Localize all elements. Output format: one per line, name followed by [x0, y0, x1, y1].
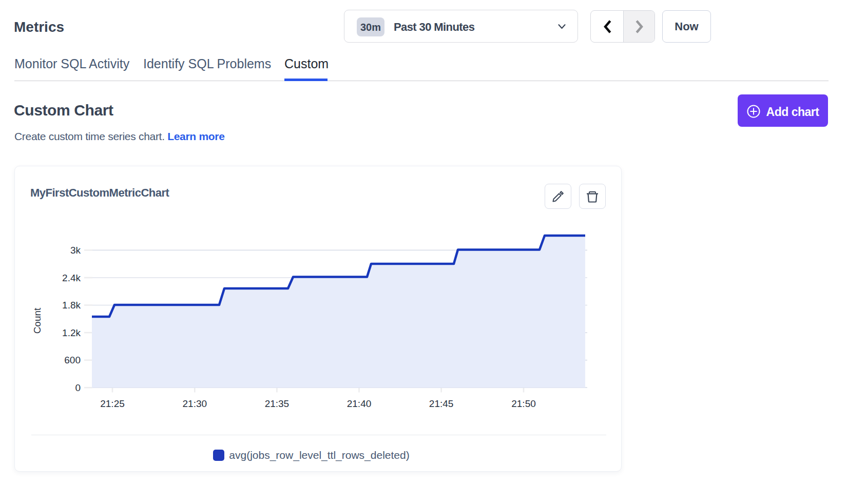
- svg-text:0: 0: [75, 382, 81, 393]
- svg-text:600: 600: [64, 355, 81, 365]
- svg-text:21:25: 21:25: [100, 398, 125, 409]
- svg-text:1.8k: 1.8k: [62, 300, 81, 311]
- svg-text:1.2k: 1.2k: [62, 327, 81, 338]
- svg-text:21:35: 21:35: [265, 398, 290, 409]
- svg-text:Count: Count: [32, 307, 43, 334]
- svg-text:2.4k: 2.4k: [62, 273, 81, 283]
- svg-text:21:50: 21:50: [511, 398, 536, 409]
- svg-text:21:30: 21:30: [183, 398, 207, 409]
- svg-text:21:45: 21:45: [429, 398, 454, 409]
- svg-text:3k: 3k: [70, 245, 81, 256]
- svg-text:21:40: 21:40: [347, 398, 372, 409]
